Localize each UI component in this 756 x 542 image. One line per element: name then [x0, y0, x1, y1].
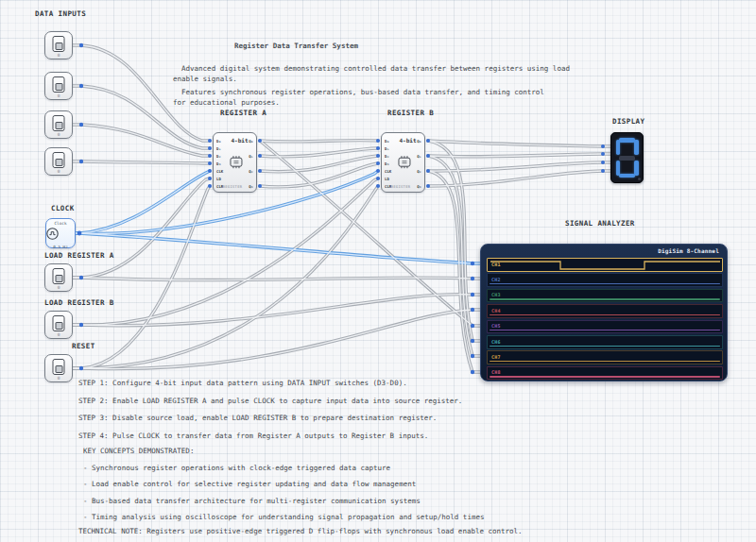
ic-chip-icon: [396, 155, 411, 169]
flat-trace: [490, 361, 720, 362]
data-input-switch-0[interactable]: 0: [44, 147, 73, 176]
channel-row-ch7: CH7: [487, 350, 723, 364]
description-2: Features synchronous register operations…: [173, 87, 544, 109]
channel-label: CH6: [491, 339, 501, 345]
load-register-a-switch[interactable]: 0: [44, 263, 73, 292]
step-4: STEP 4: Pulse CLOCK to transfer data fro…: [78, 431, 428, 441]
clock-frequency: 0.5 Hz: [46, 245, 75, 249]
pin-label: D₃: [385, 162, 389, 166]
flat-trace: [490, 283, 720, 284]
toggle-icon: [53, 36, 65, 52]
register-b-chip[interactable]: 4-bit D₀ D₁ D₂ D₃ CLK LD CLR Q₀ Q₁ Q₂ Q₃…: [381, 132, 425, 193]
step-3: STEP 3: Disable source load, enable LOAD…: [78, 413, 437, 423]
segment-c: [634, 161, 639, 176]
channel-label: CH4: [491, 308, 501, 313]
concept-1: - Synchronous register operations with c…: [83, 463, 390, 473]
pin-label: D₀: [385, 140, 389, 144]
pin-label: Q₀: [417, 140, 421, 144]
switch-value: 0: [45, 132, 72, 137]
channel-row-ch5: CH5: [487, 320, 723, 334]
channel-row-ch8: CH8: [487, 366, 723, 381]
data-inputs-label: DATA INPUTS: [35, 9, 86, 18]
register-b-label: REGISTER B: [387, 109, 434, 117]
switch-value: 0: [45, 53, 72, 58]
pin-label: Q₀: [249, 140, 253, 144]
description-1: Advanced digital system demonstrating co…: [173, 63, 570, 85]
flat-trace: [490, 330, 720, 330]
pin-label: LD: [385, 178, 389, 181]
signal-analyzer-panel[interactable]: DigiSim 8-Channel CH1 CH2 CH3 CH4 CH5 CH…: [480, 244, 728, 381]
register-a-chip[interactable]: 4-bit D₀ D₁ D₂ D₃ CLK LD CLR Q₀ Q₁ Q₂ Q₃…: [213, 132, 257, 193]
switch-value: 0: [45, 376, 72, 381]
data-input-switch-1[interactable]: 0: [44, 110, 73, 139]
technical-note: TECHNICAL NOTE: Registers use positive-e…: [78, 526, 523, 536]
decimal-point: [638, 178, 641, 180]
segment-b: [634, 140, 639, 155]
reset-switch[interactable]: 0: [44, 354, 73, 382]
channel-row-ch3: CH3: [487, 289, 723, 303]
clock-name: Clock: [46, 221, 75, 226]
switch-value: 0: [45, 169, 72, 174]
pin-label: Q₂: [417, 170, 421, 174]
channel-label: CH8: [491, 369, 501, 375]
load-register-a-label: LOAD REGISTER A: [44, 251, 114, 260]
flat-trace: [490, 298, 720, 299]
concept-4: - Timing analysis using oscilloscope for…: [83, 512, 484, 522]
channel-row-ch2: CH2: [487, 273, 723, 287]
channel-label: CH3: [491, 292, 501, 297]
toggle-icon: [53, 359, 65, 375]
channel-label: CH5: [491, 323, 501, 329]
toggle-icon: [53, 152, 65, 168]
chip-type-label: REGISTER: [214, 184, 251, 189]
toggle-icon: [53, 76, 65, 93]
segment-a: [619, 138, 635, 143]
chip-type-label: REGISTER: [382, 184, 420, 189]
signal-analyzer-label: SIGNAL ANALYZER: [565, 219, 635, 228]
channel-row-ch1: CH1: [487, 258, 723, 272]
concept-2: - Load enable control for selective regi…: [83, 479, 416, 489]
register-a-label: REGISTER A: [220, 109, 266, 117]
data-input-switch-2[interactable]: 0: [44, 72, 73, 100]
switch-value: 0: [45, 93, 72, 98]
pin-label: D₃: [216, 162, 221, 166]
pin-label: D₁: [216, 147, 221, 151]
load-register-b-switch[interactable]: 0: [44, 311, 73, 339]
pin-label: LD: [216, 178, 221, 181]
pin-label: Q₁: [249, 155, 253, 159]
pin-label: Q₂: [249, 170, 253, 174]
ch1-waveform: [488, 259, 722, 271]
pin-label: D₁: [385, 147, 389, 151]
pin-label: CLK: [216, 170, 223, 174]
pin-label: D₂: [385, 155, 389, 159]
analyzer-brand: DigiSim 8-Channel: [481, 247, 719, 254]
circuit-canvas[interactable]: DATA INPUTS CLOCK LOAD REGISTER A LOAD R…: [0, 0, 756, 542]
load-register-b-label: LOAD REGISTER B: [44, 298, 114, 307]
channel-row-ch4: CH4: [487, 304, 723, 318]
pin-label: CLK: [385, 170, 391, 174]
channel-label: CH7: [491, 354, 501, 360]
pin-label: D₂: [216, 155, 221, 159]
pin-label: D₀: [216, 140, 221, 144]
channel-label: CH2: [491, 277, 501, 282]
step-1: STEP 1: Configure 4-bit input data patte…: [78, 378, 407, 388]
switch-value: 0: [45, 332, 72, 337]
data-input-switch-3[interactable]: 0: [44, 31, 73, 59]
segment-d: [619, 174, 635, 178]
clock-label: CLOCK: [51, 204, 75, 212]
seven-segment-display[interactable]: [610, 132, 644, 183]
pin-label: Q₁: [417, 155, 421, 159]
segment-f: [616, 140, 621, 155]
clock-component[interactable]: Clock 0.5 Hz: [45, 218, 76, 248]
page-title: Register Data Transfer System: [234, 41, 358, 51]
clock-wave-icon: [46, 228, 59, 240]
reset-label: RESET: [72, 342, 95, 350]
toggle-icon: [53, 268, 65, 284]
display-label: DISPLAY: [612, 117, 644, 126]
flat-trace: [490, 314, 720, 315]
step-2: STEP 2: Enable LOAD REGISTER A and pulse…: [78, 396, 462, 406]
switch-value: 0: [45, 285, 72, 290]
concept-3: - Bus-based data transfer architecture f…: [83, 496, 421, 506]
toggle-icon: [53, 115, 65, 131]
segment-g: [619, 156, 635, 161]
ic-chip-icon: [228, 155, 243, 169]
